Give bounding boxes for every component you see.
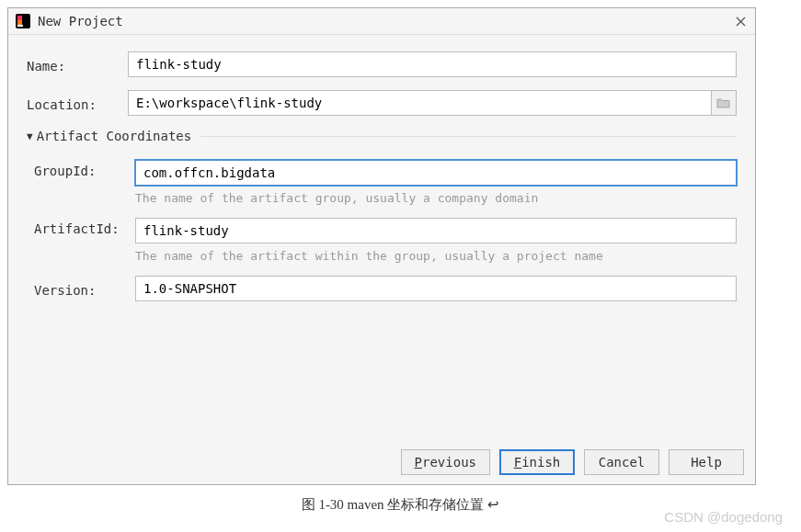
- groupid-label: GroupId:: [27, 160, 135, 178]
- help-button[interactable]: Help: [669, 449, 744, 475]
- new-project-dialog: New Project Name: Location: ▼ Artifact C…: [7, 7, 756, 485]
- titlebar: New Project: [8, 8, 755, 35]
- location-label: Location:: [27, 94, 128, 112]
- finish-button[interactable]: Finish: [499, 449, 575, 475]
- previous-button[interactable]: Previous: [401, 449, 490, 475]
- chevron-down-icon: ▼: [27, 130, 33, 142]
- cancel-button[interactable]: Cancel: [584, 449, 659, 475]
- intellij-icon: [16, 14, 30, 28]
- window-title: New Project: [38, 14, 733, 28]
- groupid-hint: The name of the artifact group, usually …: [135, 191, 737, 205]
- button-bar: Previous Finish Cancel Help: [401, 449, 744, 475]
- section-title: Artifact Coordinates: [37, 129, 192, 143]
- section-divider: [200, 136, 737, 137]
- watermark: CSDN @dogedong: [664, 509, 783, 525]
- artifactid-label: ArtifactId:: [27, 218, 135, 236]
- name-label: Name:: [27, 55, 128, 74]
- artifactid-row: ArtifactId: The name of the artifact wit…: [27, 218, 737, 263]
- version-label: Version:: [27, 279, 135, 298]
- artifactid-input[interactable]: [135, 218, 737, 243]
- return-icon: ↩: [487, 497, 499, 512]
- svg-rect-2: [17, 20, 22, 25]
- location-input[interactable]: [128, 90, 711, 116]
- groupid-input[interactable]: [135, 160, 737, 186]
- artifactid-hint: The name of the artifact within the grou…: [135, 249, 737, 263]
- version-row: Version:: [27, 276, 737, 301]
- browse-folder-button[interactable]: [711, 90, 737, 116]
- artifact-coordinates-section[interactable]: ▼ Artifact Coordinates: [27, 129, 737, 143]
- version-input[interactable]: [135, 276, 737, 301]
- close-button[interactable]: [733, 14, 748, 28]
- svg-rect-1: [17, 16, 22, 20]
- name-row: Name:: [27, 51, 737, 77]
- location-row: Location:: [27, 90, 737, 116]
- groupid-row: GroupId: The name of the artifact group,…: [27, 160, 737, 205]
- svg-rect-3: [17, 25, 23, 27]
- name-input[interactable]: [128, 51, 737, 77]
- dialog-content: Name: Location: ▼ Artifact Coordinates G…: [8, 35, 755, 301]
- folder-icon: [716, 97, 731, 108]
